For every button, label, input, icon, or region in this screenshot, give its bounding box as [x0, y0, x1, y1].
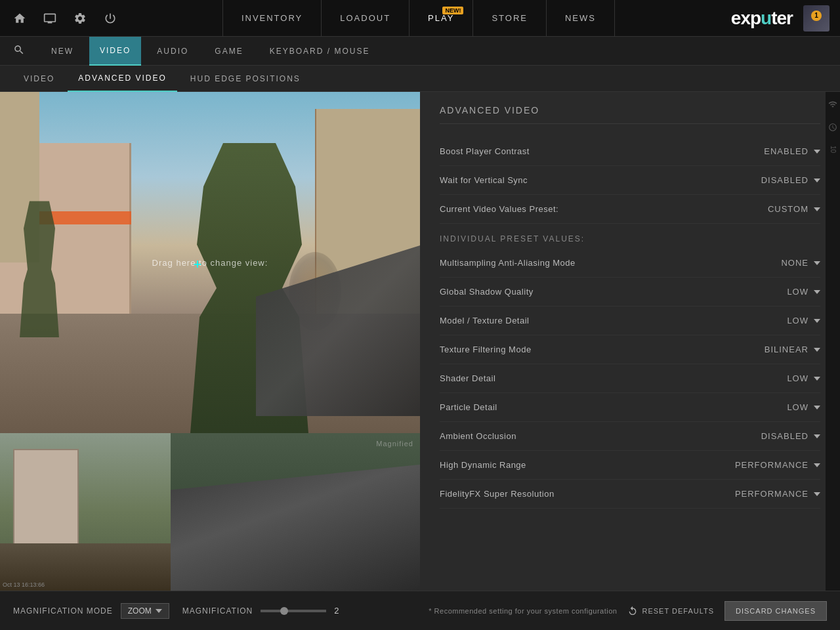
chevron-down-icon — [814, 207, 820, 211]
setting-row-ambient-occlusion: Ambient Occlusion DISABLED — [440, 422, 820, 451]
sec-nav-game[interactable]: GAME — [204, 37, 253, 66]
preview-bottom-right[interactable]: Magnified — [171, 433, 420, 591]
top-bar-icons — [10, 9, 119, 28]
settings-icon[interactable] — [71, 9, 89, 28]
brand-logo: exputer — [731, 8, 793, 29]
recommended-text: * Recommended setting for your system co… — [429, 607, 617, 615]
vsync-value[interactable]: DISABLED — [761, 175, 820, 185]
ambient-occlusion-label: Ambient Occlusion — [440, 431, 516, 441]
tertiary-nav: VIDEO ADVANCED VIDEO HUD EDGE POSITIONS — [0, 66, 840, 92]
magnification-slider-thumb[interactable] — [280, 607, 288, 615]
preview-bottom-left[interactable] — [0, 433, 171, 591]
reset-defaults-button[interactable]: RESET DEFAULTS — [627, 606, 714, 616]
settings-title: Advanced Video — [440, 105, 820, 124]
chevron-down-icon — [814, 492, 820, 496]
timestamp: Oct 13 16:13:66 — [3, 581, 45, 588]
setting-row-hdr: High Dynamic Range PERFORMANCE — [440, 451, 820, 480]
shadow-quality-value[interactable]: LOW — [787, 287, 820, 297]
boost-player-contrast-value[interactable]: ENABLED — [764, 146, 820, 156]
nav-item-store[interactable]: STORE — [473, 0, 547, 37]
vsync-label: Wait for Vertical Sync — [440, 175, 528, 185]
main-nav: INVENTORY LOADOUT PLAY NEW! STORE NEWS — [119, 0, 718, 37]
chevron-down-icon — [814, 406, 820, 410]
chevron-down-icon — [814, 434, 820, 438]
magnification-label: Magnification — [182, 606, 253, 616]
wifi-icon[interactable] — [828, 100, 837, 111]
shadow-quality-label: Global Shadow Quality — [440, 287, 534, 297]
tert-nav-video[interactable]: VIDEO — [13, 66, 65, 92]
sec-nav-new[interactable]: NEW — [41, 37, 84, 66]
model-texture-label: Model / Texture Detail — [440, 316, 530, 326]
texture-filtering-value[interactable]: BILINEAR — [765, 345, 820, 354]
sec-nav-video[interactable]: VIDEO — [89, 37, 141, 66]
setting-row-texture-filtering: Texture Filtering Mode BILINEAR — [440, 335, 820, 364]
secondary-nav: NEW VIDEO AUDIO GAME KEYBOARD / MOUSE — [0, 37, 840, 66]
chevron-down-icon — [814, 178, 820, 182]
tert-nav-advanced-video[interactable]: ADVANCED VIDEO — [68, 66, 177, 92]
play-new-badge: NEW! — [442, 7, 463, 14]
setting-row-fsr: FidelityFX Super Resolution PERFORMANCE — [440, 480, 820, 509]
magnification-controls: Magnification Mode ZOOM Magnification 2 — [13, 603, 347, 619]
main-content: Drag here to change view: + Magnified — [0, 92, 840, 591]
setting-row-model-texture: Model / Texture Detail LOW — [440, 306, 820, 335]
chevron-down-icon — [814, 348, 820, 352]
preset-value[interactable]: CUSTOM — [768, 204, 820, 214]
crosshair: + — [193, 256, 201, 273]
chevron-down-icon — [814, 463, 820, 467]
setting-row-particle-detail: Particle Detail LOW — [440, 393, 820, 422]
ambient-occlusion-value[interactable]: DISABLED — [761, 431, 820, 441]
nav-item-play[interactable]: PLAY NEW! — [410, 0, 473, 37]
chevron-down-icon — [814, 150, 820, 154]
setting-row-shader-detail: Shader Detail LOW — [440, 364, 820, 393]
shader-detail-value[interactable]: LOW — [787, 373, 820, 383]
particle-detail-label: Particle Detail — [440, 402, 497, 412]
chevron-down-icon — [814, 319, 820, 323]
chevron-down-icon — [814, 290, 820, 294]
search-button[interactable] — [13, 44, 25, 58]
zoom-dropdown[interactable]: ZOOM — [121, 603, 169, 619]
msaa-value[interactable]: NONE — [781, 258, 820, 268]
preset-label: Current Video Values Preset: — [440, 204, 558, 214]
drag-hint: Drag here to change view: — [152, 258, 268, 268]
chevron-down-icon — [814, 377, 820, 381]
top-nav-bar: INVENTORY LOADOUT PLAY NEW! STORE NEWS e… — [0, 0, 840, 37]
magnification-slider[interactable] — [261, 610, 326, 612]
boost-player-contrast-label: Boost Player Contrast — [440, 146, 530, 156]
nav-item-inventory[interactable]: INVENTORY — [222, 0, 322, 37]
setting-row-shadow-quality: Global Shadow Quality LOW — [440, 278, 820, 306]
preview-top[interactable]: Drag here to change view: + — [0, 92, 420, 433]
discard-changes-button[interactable]: DISCARD CHANGES — [724, 601, 827, 621]
hdr-value[interactable]: PERFORMANCE — [735, 460, 820, 470]
model-texture-value[interactable]: LOW — [787, 316, 820, 326]
particle-detail-value[interactable]: LOW — [787, 402, 820, 412]
shader-detail-label: Shader Detail — [440, 373, 495, 383]
power-icon[interactable] — [101, 9, 119, 28]
texture-filtering-label: Texture Filtering Mode — [440, 345, 532, 354]
right-sidebar-icons: 10 — [826, 92, 840, 591]
reset-icon — [627, 606, 638, 616]
sec-nav-audio[interactable]: AUDIO — [146, 37, 199, 66]
clock-icon[interactable] — [828, 123, 837, 134]
magnification-mode-label: Magnification Mode — [13, 606, 113, 616]
nav-item-loadout[interactable]: LOADOUT — [322, 0, 410, 37]
chevron-down-icon — [814, 261, 820, 265]
home-icon[interactable] — [10, 9, 29, 28]
magnification-value: 2 — [334, 606, 347, 616]
bottom-bar: Magnification Mode ZOOM Magnification 2 … — [0, 591, 840, 630]
preset-rows: Multisampling Anti-Aliasing Mode NONE Gl… — [440, 249, 820, 509]
fsr-label: FidelityFX Super Resolution — [440, 489, 555, 499]
preset-section-divider: Individual Preset Values: — [440, 224, 820, 249]
nav-item-news[interactable]: NEWS — [547, 0, 615, 37]
game-preview-panel: Drag here to change view: + Magnified — [0, 92, 420, 591]
tv-icon[interactable] — [41, 9, 59, 28]
setting-row-preset: Current Video Values Preset: CUSTOM — [440, 195, 820, 224]
fsr-value[interactable]: PERFORMANCE — [735, 489, 820, 499]
sec-nav-keyboard-mouse[interactable]: KEYBOARD / MOUSE — [259, 37, 381, 66]
account-badge: 1 — [811, 10, 822, 21]
chevron-down-icon — [156, 609, 162, 613]
magnification-mode-section: Magnification Mode ZOOM — [13, 603, 169, 619]
settings-panel: Advanced Video Boost Player Contrast ENA… — [420, 92, 840, 591]
tert-nav-hud[interactable]: HUD EDGE POSITIONS — [180, 66, 311, 92]
settings-rows-top: Boost Player Contrast ENABLED Wait for V… — [440, 137, 820, 224]
setting-row-vsync: Wait for Vertical Sync DISABLED — [440, 166, 820, 195]
